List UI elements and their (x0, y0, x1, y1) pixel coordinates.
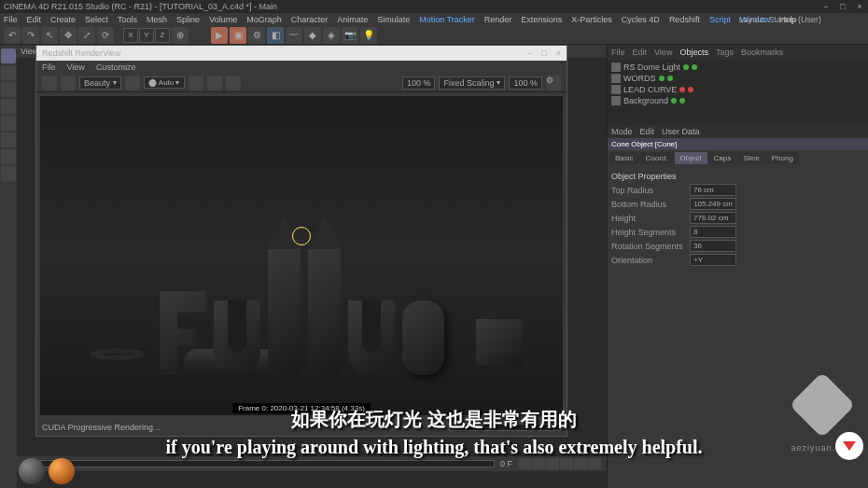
menu-spline[interactable]: Spline (176, 15, 200, 24)
rv-menu-file[interactable]: File (42, 63, 56, 72)
rv-menu-view[interactable]: View (67, 63, 85, 72)
menu-script[interactable]: Script (709, 15, 731, 24)
op-tab-edit[interactable]: Edit (633, 48, 648, 57)
renderview-image-area[interactable]: Frame 0: 2020-03-21 12:34:58 (4.33s) (40, 96, 563, 415)
menu-motiontracker[interactable]: Motion Tracker (419, 15, 475, 24)
render-button[interactable]: ▶ (211, 27, 228, 44)
object-row[interactable]: Background (609, 95, 866, 106)
cube-primitive-button[interactable]: ◧ (267, 27, 284, 44)
rv-snapshot-button[interactable] (189, 76, 203, 91)
menu-select[interactable]: Select (85, 15, 108, 24)
rv-region-button[interactable] (207, 76, 222, 91)
point-mode[interactable] (1, 99, 16, 114)
menu-create[interactable]: Create (50, 15, 76, 24)
object-row[interactable]: RS Dome Light (609, 62, 866, 73)
menu-cycles4d[interactable]: Cycles 4D (622, 15, 660, 24)
timeline-slider[interactable] (40, 460, 495, 467)
axis-x[interactable]: X (123, 28, 138, 43)
select-tool[interactable]: ↖ (41, 27, 58, 44)
goto-end-button[interactable] (574, 458, 587, 469)
rv-scaling-pct[interactable]: 100 % (509, 77, 542, 90)
op-tab-tags[interactable]: Tags (716, 48, 734, 57)
redo-button[interactable]: ↷ (22, 27, 39, 44)
rv-minimize-icon[interactable]: − (527, 49, 532, 58)
rotate-tool[interactable]: ⟳ (97, 27, 114, 44)
attr-tab-userdata[interactable]: User Data (662, 127, 700, 136)
renderview-titlebar[interactable]: Redshift RenderView − □ × (36, 46, 567, 61)
move-tool[interactable]: ✥ (60, 27, 77, 44)
rv-close-icon[interactable]: × (556, 49, 561, 58)
deformer-button[interactable]: ◈ (323, 27, 340, 44)
rv-scaling-dropdown[interactable]: Fixed Scaling ▾ (439, 77, 505, 90)
uv-mode[interactable] (1, 166, 16, 181)
close-icon[interactable]: × (855, 2, 864, 11)
top-radius-field[interactable] (690, 184, 736, 196)
visibility-dot-icon[interactable] (671, 98, 677, 104)
prev-frame-button[interactable] (532, 458, 545, 469)
layout-selector[interactable]: Layout: Startup (User) (739, 15, 821, 24)
op-tab-view[interactable]: View (654, 48, 672, 57)
menu-edit[interactable]: Edit (27, 15, 42, 24)
rv-render-button[interactable] (42, 76, 57, 91)
menu-mesh[interactable]: Mesh (147, 15, 167, 24)
menu-volume[interactable]: Volume (209, 15, 237, 24)
menu-extensions[interactable]: Extensions (521, 15, 562, 24)
material-ball-orange[interactable] (49, 458, 75, 484)
rv-aov-dropdown[interactable]: Beauty ▾ (79, 77, 121, 90)
edge-mode[interactable] (1, 116, 16, 131)
object-row[interactable]: LEAD CURVE (609, 84, 866, 95)
attr-tab-slice[interactable]: Slice (737, 152, 764, 164)
undo-button[interactable]: ↶ (4, 27, 21, 44)
camera-button[interactable]: 📷 (342, 27, 358, 44)
coord-system-button[interactable]: ⊕ (172, 27, 189, 44)
texture-mode[interactable] (1, 82, 16, 97)
menu-simulate[interactable]: Simulate (377, 15, 410, 24)
rv-maximize-icon[interactable]: □ (541, 49, 546, 58)
goto-start-button[interactable] (518, 458, 531, 469)
visibility-dot-icon[interactable] (683, 64, 689, 70)
attr-tab-mode[interactable]: Mode (611, 127, 633, 136)
next-frame-button[interactable] (560, 458, 573, 469)
polygon-mode[interactable] (1, 132, 16, 147)
menu-character[interactable]: Character (291, 15, 329, 24)
light-button[interactable]: 💡 (360, 27, 377, 44)
op-tab-file[interactable]: File (611, 48, 625, 57)
menu-xparticles[interactable]: X-Particles (571, 15, 612, 24)
rv-ipr-button[interactable] (61, 76, 76, 91)
render-dot-icon[interactable] (692, 64, 697, 70)
attr-tab-edit[interactable]: Edit (640, 127, 655, 136)
rv-lock-button[interactable] (125, 76, 140, 91)
attr-tab-coord[interactable]: Coord. (640, 152, 674, 164)
render-settings-button[interactable]: ⚙ (248, 27, 265, 44)
op-tab-objects[interactable]: Objects (679, 48, 708, 57)
record-button[interactable] (588, 458, 601, 469)
material-manager[interactable] (17, 454, 77, 488)
attr-tab-phong[interactable]: Phong (766, 152, 799, 164)
axis-z[interactable]: Z (155, 28, 170, 43)
rv-zoom-field[interactable]: 100 % (402, 77, 436, 90)
attr-tab-caps[interactable]: Caps (708, 152, 737, 164)
render-pv-button[interactable]: ▣ (230, 27, 246, 44)
menu-animate[interactable]: Animate (337, 15, 368, 24)
model-mode[interactable] (1, 49, 16, 63)
menu-mograph[interactable]: MoGraph (246, 15, 282, 24)
visibility-dot-icon[interactable] (659, 76, 665, 81)
object-tree[interactable]: RS Dome Light WORDS LEAD CURVE Backgroun… (608, 60, 868, 125)
rv-settings-icon[interactable]: ⚙ (546, 76, 561, 91)
minimize-icon[interactable]: − (821, 2, 831, 11)
visibility-dot-icon[interactable] (679, 87, 685, 92)
rotation-segments-field[interactable] (690, 240, 736, 252)
menu-tools[interactable]: Tools (118, 15, 137, 24)
maximize-icon[interactable]: □ (838, 2, 847, 11)
scale-tool[interactable]: ⤢ (78, 27, 95, 44)
render-dot-icon[interactable] (688, 87, 693, 92)
attr-tab-object[interactable]: Object (675, 152, 707, 164)
op-tab-bookmarks[interactable]: Bookmarks (741, 48, 783, 57)
rv-freeze-button[interactable] (226, 76, 241, 91)
menu-render[interactable]: Render (484, 15, 512, 24)
generator-button[interactable]: ◆ (304, 27, 321, 44)
material-ball-default[interactable] (19, 458, 45, 484)
menu-redshift[interactable]: Redshift (669, 15, 700, 24)
axis-y[interactable]: Y (139, 28, 154, 43)
height-segments-field[interactable] (690, 226, 736, 238)
